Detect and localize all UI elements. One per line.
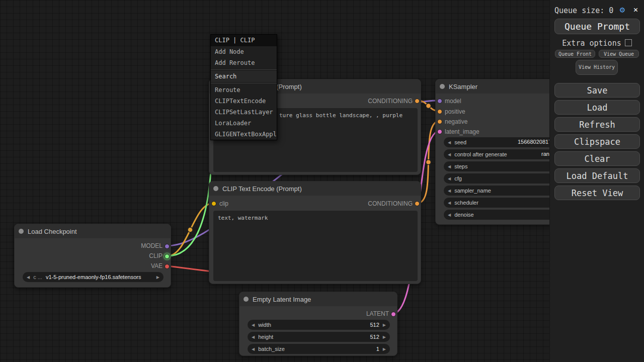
widget-value: 512 bbox=[370, 334, 379, 340]
node-clip-text-encode-bottom[interactable]: CLIP Text Encode (Prompt) clip CONDITION… bbox=[209, 181, 421, 284]
collapse-dot[interactable] bbox=[244, 297, 249, 302]
decrement-icon[interactable]: ◀ bbox=[448, 201, 451, 205]
link-dot bbox=[426, 160, 431, 165]
extra-options-checkbox[interactable] bbox=[625, 39, 632, 46]
input-slot-latent-image[interactable] bbox=[437, 129, 442, 134]
input-slot-model[interactable] bbox=[437, 99, 442, 104]
output-label-conditioning: CONDITIONING bbox=[368, 98, 413, 105]
node-title: KSampler bbox=[449, 83, 477, 90]
menu-item-clipsetlastlayer[interactable]: CLIPSetLastLayer bbox=[211, 107, 277, 118]
collapse-dot[interactable] bbox=[440, 84, 445, 89]
widget-label: scheduler bbox=[454, 200, 478, 206]
increment-icon[interactable]: ▶ bbox=[383, 323, 386, 327]
menu-item-gligentextboxapply[interactable]: GLIGENTextBoxApply bbox=[211, 129, 277, 140]
load-button[interactable]: Load bbox=[554, 100, 640, 115]
input-slot-positive[interactable] bbox=[437, 109, 442, 114]
output-label-clip: CLIP bbox=[149, 252, 163, 260]
decrement-icon[interactable]: ◀ bbox=[252, 335, 255, 339]
node-title: CLIP Text Encode (Prompt) bbox=[222, 185, 302, 193]
queue-size-label: Queue size: 0 bbox=[554, 6, 613, 15]
context-menu: CLIP | CLIP Add Node Add Reroute Search … bbox=[210, 34, 277, 140]
input-label-positive: positive bbox=[445, 108, 465, 116]
node-title: Empty Latent Image bbox=[253, 296, 311, 303]
menu-item-add-reroute[interactable]: Add Reroute bbox=[211, 57, 277, 68]
view-history-button[interactable]: View History bbox=[576, 60, 618, 75]
node-empty-latent-image[interactable]: Empty Latent Image LATENT ◀ width 512 ▶ … bbox=[239, 292, 397, 356]
output-slot-latent[interactable] bbox=[391, 312, 396, 317]
link-drag-clip bbox=[168, 139, 212, 256]
output-label-conditioning: CONDITIONING bbox=[368, 200, 413, 208]
reset-view-button[interactable]: Reset View bbox=[554, 186, 640, 200]
input-label-negative: negative bbox=[445, 118, 467, 126]
output-slot-clip[interactable] bbox=[165, 254, 170, 259]
queue-front-button[interactable]: Queue Front bbox=[555, 50, 595, 58]
ckpt-name-combo[interactable]: ◀ c ... v1-5-pruned-emaonly-fp16.safeten… bbox=[23, 272, 164, 282]
widget-value: 1 bbox=[376, 346, 379, 352]
batch-size-widget[interactable]: ◀ batch_size 1 ▶ bbox=[248, 344, 390, 354]
decrement-icon[interactable]: ◀ bbox=[448, 164, 451, 169]
decrement-icon[interactable]: ◀ bbox=[252, 347, 255, 351]
decrement-icon[interactable]: ◀ bbox=[448, 189, 451, 193]
output-slot-vae[interactable] bbox=[165, 264, 170, 269]
output-label-latent: LATENT bbox=[366, 310, 389, 318]
width-widget[interactable]: ◀ width 512 ▶ bbox=[248, 320, 390, 330]
increment-icon[interactable]: ▶ bbox=[383, 347, 386, 351]
input-slot-clip[interactable] bbox=[211, 201, 216, 206]
input-label-clip: clip bbox=[219, 200, 228, 208]
node-header[interactable]: Load Checkpoint bbox=[15, 224, 171, 238]
output-slot-conditioning[interactable] bbox=[415, 99, 420, 104]
collapse-dot[interactable] bbox=[19, 229, 24, 234]
node-header[interactable]: Empty Latent Image bbox=[239, 292, 397, 306]
link-dot bbox=[426, 104, 431, 109]
queue-prompt-button[interactable]: Queue Prompt bbox=[554, 19, 640, 34]
load-default-button[interactable]: Load Default bbox=[554, 168, 640, 183]
widget-label: height bbox=[258, 334, 273, 340]
node-title: Load Checkpoint bbox=[28, 228, 77, 235]
close-icon[interactable]: ✕ bbox=[633, 5, 638, 14]
decrement-icon[interactable]: ◀ bbox=[448, 213, 451, 217]
output-label-vae: VAE bbox=[151, 262, 163, 270]
increment-icon[interactable]: ▶ bbox=[383, 335, 386, 339]
collapse-dot[interactable] bbox=[213, 186, 218, 191]
output-slot-model[interactable] bbox=[165, 244, 170, 249]
menu-item-loraloader[interactable]: LoraLoader bbox=[211, 118, 277, 129]
widget-label: c ... bbox=[33, 274, 42, 280]
input-slot-negative[interactable] bbox=[437, 119, 442, 124]
menu-item-cliptextencode[interactable]: CLIPTextEncode bbox=[211, 96, 277, 107]
widget-label: cfg bbox=[454, 175, 462, 182]
menu-item-reroute[interactable]: Reroute bbox=[211, 84, 277, 96]
decrement-icon[interactable]: ◀ bbox=[448, 140, 451, 145]
decrement-icon[interactable]: ◀ bbox=[448, 152, 451, 157]
menu-search-input[interactable]: Search bbox=[211, 71, 277, 82]
link-dot bbox=[188, 227, 193, 232]
extra-options-label: Extra options bbox=[562, 39, 621, 48]
height-widget[interactable]: ◀ height 512 ▶ bbox=[248, 332, 390, 342]
graph-canvas[interactable]: CLIP Text Encode (Prompt) clip CONDITION… bbox=[0, 0, 644, 362]
widget-value: v1-5-pruned-emaonly-fp16.safetensors bbox=[46, 274, 141, 280]
widget-label: steps bbox=[454, 163, 467, 169]
widget-label: denoise bbox=[454, 212, 474, 218]
combo-prev-icon[interactable]: ◀ bbox=[27, 275, 30, 280]
save-button[interactable]: Save bbox=[554, 83, 640, 98]
prompt-textarea[interactable]: text, watermark bbox=[213, 211, 418, 281]
clipspace-button[interactable]: Clipspace bbox=[554, 134, 640, 149]
refresh-button[interactable]: Refresh bbox=[554, 117, 640, 132]
widget-label: batch_size bbox=[258, 346, 285, 352]
widget-label: control after generate bbox=[454, 151, 507, 157]
node-load-checkpoint[interactable]: Load Checkpoint MODEL CLIP VAE ◀ c ... v… bbox=[14, 224, 171, 288]
decrement-icon[interactable]: ◀ bbox=[252, 323, 255, 327]
menu-item-add-node[interactable]: Add Node bbox=[211, 46, 277, 57]
widget-value: 512 bbox=[370, 322, 379, 328]
view-queue-button[interactable]: View Queue bbox=[599, 50, 639, 58]
input-label-model: model bbox=[445, 98, 461, 105]
output-slot-conditioning[interactable] bbox=[415, 201, 420, 206]
node-header[interactable]: CLIP Text Encode (Prompt) bbox=[209, 182, 421, 196]
settings-gear-icon[interactable]: ⚙ bbox=[620, 5, 625, 15]
menu-separator bbox=[211, 83, 277, 83]
combo-next-icon[interactable]: ▶ bbox=[156, 275, 159, 280]
comfy-menu-panel: Queue size: 0 ⚙ ✕ Queue Prompt Extra opt… bbox=[549, 0, 644, 362]
context-menu-title: CLIP | CLIP bbox=[211, 35, 277, 46]
clear-button[interactable]: Clear bbox=[554, 151, 640, 166]
decrement-icon[interactable]: ◀ bbox=[448, 176, 451, 181]
widget-value: 15668020817 bbox=[518, 139, 551, 145]
